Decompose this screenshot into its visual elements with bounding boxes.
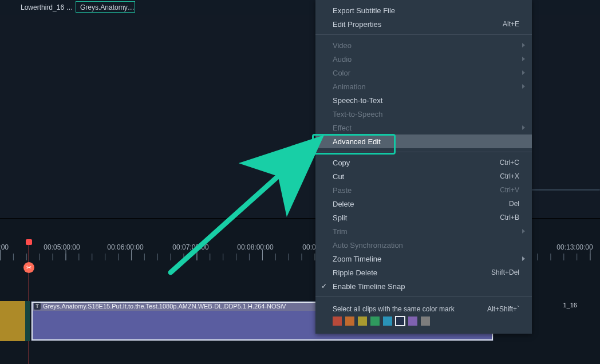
menu-item-label: Advanced Edit — [333, 137, 519, 146]
menu-item: Video — [315, 38, 532, 52]
color-mark-caption: Select all clips with the same color mar… — [333, 305, 455, 313]
color-swatch[interactable] — [370, 316, 380, 326]
menu-separator — [315, 152, 532, 152]
menu-item[interactable]: Advanced Edit — [315, 134, 532, 148]
time-label: 00:0 — [302, 243, 315, 251]
color-swatch[interactable] — [358, 316, 367, 326]
menu-item[interactable]: Export Subtitle File — [315, 3, 532, 17]
clip-label-selected[interactable]: Greys.Anatomy… — [77, 2, 138, 13]
time-label: 00:13:00:00 — [556, 243, 593, 251]
menu-item-shortcut: Ctrl+C — [500, 159, 519, 167]
color-swatch[interactable] — [383, 316, 392, 326]
menu-item-label: Paste — [333, 186, 500, 195]
menu-item: PasteCtrl+V — [315, 183, 532, 197]
clip-title: Greys.Anatomy.S18E15.Put.It.to.the.Test.… — [43, 303, 286, 310]
menu-item-label: Copy — [333, 159, 500, 167]
menu-item[interactable]: SplitCtrl+B — [315, 211, 532, 224]
color-swatch[interactable] — [408, 316, 417, 326]
menu-item-label: Ripple Delete — [333, 268, 491, 277]
menu-separator — [315, 34, 532, 35]
color-swatch[interactable] — [396, 316, 405, 326]
track-gutter-accent — [25, 301, 30, 341]
submenu-arrow-icon — [522, 43, 525, 48]
menu-item-label: Split — [333, 213, 500, 222]
menu-item-label: Enable Timeline Snap — [333, 282, 519, 291]
menu-item: Effect — [315, 121, 532, 134]
menu-item-label: Effect — [333, 124, 519, 132]
menu-item-label: Animation — [333, 82, 519, 91]
time-label: 00:00 — [0, 243, 9, 251]
menu-item-label: Color — [333, 69, 519, 77]
submenu-arrow-icon — [522, 125, 525, 130]
menu-item[interactable]: CopyCtrl+C — [315, 156, 532, 169]
submenu-arrow-icon — [522, 229, 525, 234]
submenu-arrow-icon — [522, 256, 525, 261]
menu-item[interactable]: CutCtrl+X — [315, 169, 532, 183]
submenu-arrow-icon — [522, 84, 525, 89]
menu-item-label: Audio — [333, 55, 519, 64]
menu-item-label: Edit Properties — [333, 20, 503, 29]
menu-item-label: Video — [333, 41, 519, 50]
menu-item-shortcut: Ctrl+B — [500, 213, 519, 221]
menu-item[interactable]: Edit PropertiesAlt+E — [315, 17, 532, 31]
color-swatches — [315, 316, 532, 326]
menu-item-label: Zoom Timeline — [333, 255, 519, 263]
menu-item-label: Delete — [333, 200, 509, 208]
menu-item-label: Export Subtitle File — [333, 6, 519, 15]
menu-item: Audio — [315, 52, 532, 66]
color-swatch[interactable] — [345, 316, 354, 326]
menu-item[interactable]: DeleteDel — [315, 197, 532, 211]
submenu-arrow-icon — [522, 57, 525, 61]
menu-item: Text-to-Speech — [315, 107, 532, 121]
menu-item[interactable]: Zoom Timeline — [315, 252, 532, 266]
color-swatch[interactable] — [421, 316, 430, 326]
menu-item: Trim — [315, 224, 532, 238]
menu-item-label: Speech-to-Text — [333, 96, 519, 105]
text-track-icon: T — [34, 303, 41, 310]
time-label: 00:06:00:00 — [107, 243, 143, 251]
color-mark-shortcut: Alt+Shift+` — [487, 305, 519, 313]
time-label: 00:05:00:00 — [44, 243, 80, 251]
menu-item-shortcut: Del — [509, 200, 519, 208]
menu-item[interactable]: ✓Enable Timeline Snap — [315, 279, 532, 293]
menu-item-label: Auto Synchronization — [333, 241, 519, 250]
menu-item-shortcut: Shift+Del — [491, 268, 519, 276]
submenu-arrow-icon — [522, 70, 525, 75]
color-mark-caption-row: Select all clips with the same color mar… — [315, 300, 532, 316]
color-swatch[interactable] — [333, 316, 342, 326]
time-label: 00:08:00:00 — [237, 243, 273, 251]
menu-item-shortcut: Ctrl+X — [500, 172, 519, 180]
menu-item[interactable]: Speech-to-Text — [315, 93, 532, 107]
clip-tail-label: 1_16 — [560, 301, 581, 310]
menu-item: Animation — [315, 80, 532, 93]
menu-item-shortcut: Ctrl+V — [500, 186, 519, 194]
menu-item: Auto Synchronization — [315, 238, 532, 252]
playhead-handle[interactable] — [26, 239, 32, 245]
menu-item[interactable]: Ripple DeleteShift+Del — [315, 266, 532, 279]
menu-item: Color — [315, 66, 532, 80]
scissors-icon[interactable]: ✂ — [23, 262, 34, 273]
menu-item-label: Trim — [333, 227, 519, 236]
check-icon: ✓ — [321, 282, 327, 290]
menu-item-label: Text-to-Speech — [333, 110, 519, 118]
menu-separator — [315, 296, 532, 297]
menu-item-label: Cut — [333, 172, 500, 181]
context-menu[interactable]: Export Subtitle FileEdit PropertiesAlt+E… — [315, 0, 532, 334]
time-label: 00:07:00:00 — [172, 243, 208, 251]
menu-item-shortcut: Alt+E — [503, 20, 519, 28]
track-gutter-left — [0, 301, 25, 341]
clip-label[interactable]: Lowerthird_16 … — [17, 2, 76, 13]
